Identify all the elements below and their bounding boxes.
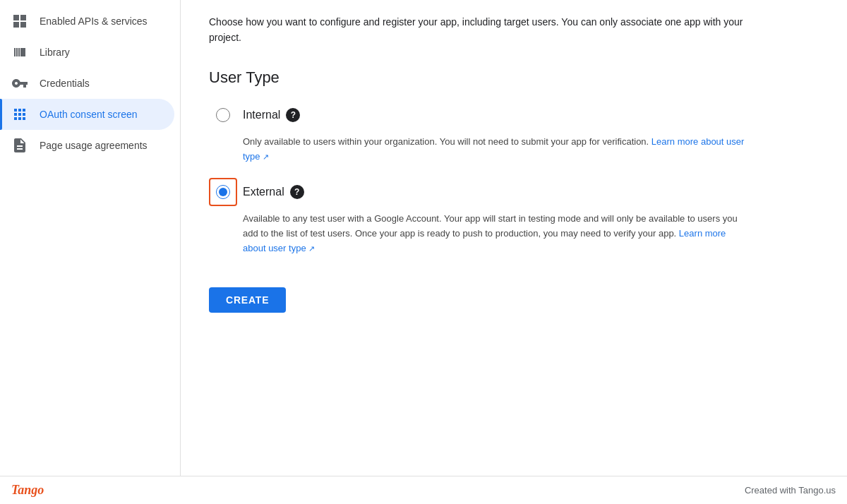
internal-radio[interactable] (216, 108, 230, 122)
intro-paragraph: Choose how you want to configure and reg… (209, 14, 745, 46)
oauth-icon (11, 106, 28, 123)
external-radio-row: External ? (209, 178, 745, 206)
footer-credit-text: Created with Tango.us (745, 485, 836, 496)
svg-point-0 (14, 149, 17, 152)
main-content-area: Choose how you want to configure and reg… (181, 0, 847, 476)
create-button[interactable]: CREATE (209, 287, 286, 313)
page-icon (11, 137, 28, 154)
user-type-radio-group: Internal ? Only available to users withi… (209, 101, 745, 256)
key-icon (11, 75, 28, 92)
sidebar-item-page-usage[interactable]: Page usage agreements (0, 130, 174, 161)
internal-radio-label: Internal (243, 109, 280, 121)
sidebar-item-oauth-consent[interactable]: OAuth consent screen (0, 99, 174, 130)
library-icon (11, 44, 28, 61)
tango-logo: Tango (11, 483, 44, 498)
sidebar-label-library: Library (40, 47, 70, 58)
internal-help-icon[interactable]: ? (286, 108, 300, 122)
internal-radio-row: Internal ? (209, 101, 745, 129)
external-help-icon[interactable]: ? (290, 185, 304, 199)
sidebar-label-page-usage: Page usage agreements (40, 140, 148, 151)
sidebar-label-oauth: OAuth consent screen (40, 109, 138, 120)
sidebar: Enabled APIs & services Library Credenti… (0, 0, 181, 476)
sidebar-item-library[interactable]: Library (0, 37, 174, 68)
footer: Tango Created with Tango.us (0, 476, 847, 504)
sidebar-label-credentials: Credentials (40, 78, 90, 89)
grid-icon (11, 13, 28, 30)
sidebar-label-enabled-apis: Enabled APIs & services (40, 16, 148, 27)
external-description: Available to any test user with a Google… (243, 212, 745, 256)
external-radio-label: External (243, 186, 284, 198)
sidebar-item-credentials[interactable]: Credentials (0, 68, 174, 99)
user-type-heading: User Type (209, 68, 745, 87)
sidebar-item-enabled-apis[interactable]: Enabled APIs & services (0, 6, 174, 37)
internal-radio-wrapper (209, 101, 237, 129)
external-radio[interactable] (216, 185, 230, 199)
internal-description: Only available to users within your orga… (243, 135, 745, 164)
external-radio-wrapper (209, 178, 237, 206)
